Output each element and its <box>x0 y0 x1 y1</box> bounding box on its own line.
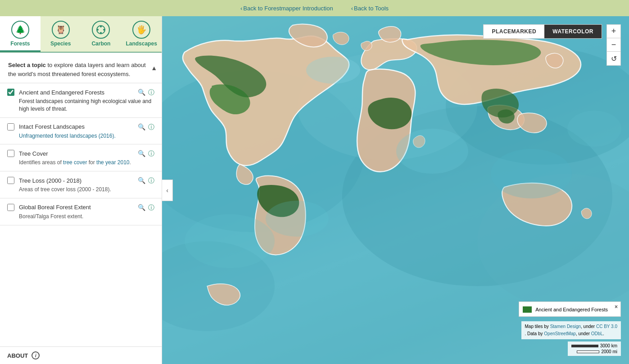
layer-tree-cover: Tree Cover 🔍 ⓘ Identifies areas of tree … <box>0 144 162 171</box>
watercolor-button[interactable]: WATERCOLOR <box>544 25 602 38</box>
tab-carbon-label: Carbon <box>91 40 110 47</box>
svg-point-13 <box>396 129 468 174</box>
layer-intact-forest-title: Intact Forest Landscapes <box>19 123 134 130</box>
tab-species-label: Species <box>50 40 71 47</box>
layer-tree-cover-info-icon[interactable]: ⓘ <box>148 150 154 157</box>
tab-carbon[interactable]: Carbon <box>81 16 122 52</box>
layer-tree-loss-search-icon[interactable]: 🔍 <box>138 177 145 184</box>
cc-link[interactable]: CC BY 3.0 <box>596 324 617 329</box>
placemarked-button[interactable]: PLACEMARKED <box>484 25 544 38</box>
svg-point-15 <box>491 149 572 198</box>
legend-color-swatch <box>523 306 532 313</box>
carbon-icon <box>92 21 110 39</box>
map-style-buttons: PLACEMARKED WATERCOLOR <box>483 24 602 39</box>
layer-tree-loss-checkbox[interactable] <box>7 177 14 184</box>
svg-point-12 <box>306 57 360 84</box>
layer-boreal-forest: Global Boreal Forest Extent 🔍 ⓘ Boreal/T… <box>0 198 162 225</box>
zoom-out-button[interactable]: − <box>607 38 620 52</box>
layer-tree-loss-description: Areas of tree cover loss (2000 - 2018). <box>19 186 154 193</box>
zoom-in-button[interactable]: + <box>607 25 620 38</box>
collapse-button[interactable]: ▲ <box>151 64 157 72</box>
about-info-icon: i <box>32 351 40 360</box>
layer-tree-loss: Tree Loss (2000 - 2018) 🔍 ⓘ Areas of tre… <box>0 171 162 198</box>
layer-tree-cover-title: Tree Cover <box>19 150 134 157</box>
svg-point-17 <box>567 111 621 147</box>
tab-landscapes-label: Landscapes <box>126 40 157 47</box>
scale-label-mi: 2000 mi <box>601 349 617 354</box>
layer-boreal-forest-info-icon[interactable]: ⓘ <box>148 204 154 211</box>
layer-ancient-endangered: Ancient and Endangered Forests 🔍 ⓘ Fores… <box>0 83 162 118</box>
scale-bar: 3000 km 2000 mi <box>568 342 621 356</box>
legend-item-label: Ancient and Endangered Forests <box>535 307 608 312</box>
sidebar-toggle-button[interactable]: ‹ <box>162 180 173 201</box>
layer-boreal-forest-search-icon[interactable]: 🔍 <box>138 204 145 211</box>
about-label: ABOUT <box>7 352 28 359</box>
zoom-reset-button[interactable]: ↺ <box>607 52 620 65</box>
layer-intact-forest-checkbox[interactable] <box>7 123 14 130</box>
odbl-link[interactable]: ODbL <box>591 331 603 336</box>
svg-point-1 <box>100 26 102 27</box>
layer-boreal-forest-checkbox[interactable] <box>7 204 14 211</box>
osm-link[interactable]: OpenStreetMap <box>544 331 576 336</box>
sidebar-content: Select a topic to explore data layers an… <box>0 53 162 364</box>
layer-boreal-forest-title: Global Boreal Forest Extent <box>19 204 134 211</box>
layer-intact-forest-search-icon[interactable]: 🔍 <box>138 124 145 130</box>
forest-legend-close-button[interactable]: × <box>615 304 618 310</box>
svg-point-4 <box>103 29 105 31</box>
attribution-text1: Map tiles by <box>525 324 550 329</box>
tab-landscapes[interactable]: 🖐 Landscapes <box>121 16 162 52</box>
zoom-controls: + − ↺ <box>606 24 621 66</box>
layer-boreal-forest-description: Boreal/Talga Forest extent. <box>19 213 154 220</box>
scale-label-km: 3000 km <box>600 343 617 348</box>
tab-species[interactable]: 🦉 Species <box>41 16 81 52</box>
layer-ancient-endangered-info-icon[interactable]: ⓘ <box>148 89 154 95</box>
layer-intact-forest-description: Unfragmented forest landscapes (2016). <box>19 132 154 140</box>
about-section[interactable]: ABOUT i <box>0 346 162 364</box>
layer-ancient-endangered-search-icon[interactable]: 🔍 <box>138 89 145 95</box>
scale-bar-graphic-mi <box>577 351 599 353</box>
main-layout: 🌲 Forests 🦉 Species Carbon <box>0 16 629 364</box>
layer-ancient-endangered-title: Ancient and Endangered Forests <box>19 89 134 96</box>
svg-point-3 <box>97 29 99 31</box>
back-to-tools-link[interactable]: ‹Back to Tools <box>351 5 389 12</box>
landscapes-icon: 🖐 <box>132 21 150 39</box>
tab-forests-label: Forests <box>10 40 30 47</box>
svg-point-16 <box>185 214 275 268</box>
attribution: Map tiles by Stamen Design, under CC BY … <box>521 321 621 339</box>
layer-tree-cover-description: Identifies areas of tree cover for the y… <box>19 159 154 166</box>
layer-tree-cover-search-icon[interactable]: 🔍 <box>138 150 145 157</box>
layer-intact-forest-info-icon[interactable]: ⓘ <box>148 124 154 130</box>
svg-point-14 <box>266 201 329 237</box>
layers-list: Ancient and Endangered Forests 🔍 ⓘ Fores… <box>0 83 162 346</box>
intro-text: Select a topic to explore data layers an… <box>0 53 162 83</box>
layer-tree-loss-title: Tree Loss (2000 - 2018) <box>19 177 134 184</box>
intro-bold: Select a topic <box>8 62 46 68</box>
top-bar: ‹Back to Forestmapper Introduction ‹Back… <box>0 0 629 16</box>
stamen-link[interactable]: Stamen Design <box>550 324 581 329</box>
layer-tree-cover-checkbox[interactable] <box>7 150 14 157</box>
svg-point-2 <box>100 32 102 34</box>
layer-intact-forest-link-text[interactable]: Unfragmented forest landscapes (2016). <box>19 133 116 139</box>
back-to-intro-link[interactable]: ‹Back to Forestmapper Introduction <box>240 5 333 12</box>
map-area[interactable]: ‹ PLACEMARKED WATERCOLOR + − ↺ × Ancient… <box>162 16 629 364</box>
layer-ancient-endangered-checkbox[interactable] <box>7 89 14 96</box>
forests-icon: 🌲 <box>11 21 29 39</box>
forest-legend: × Ancient and Endangered Forests <box>519 301 621 317</box>
attribution-text2: , under <box>581 324 596 329</box>
layer-intact-forest: Intact Forest Landscapes 🔍 ⓘ Unfragmente… <box>0 118 162 145</box>
species-icon: 🦉 <box>52 21 70 39</box>
layer-ancient-endangered-description: Forest landscapes containing high ecolog… <box>19 98 154 113</box>
scale-bar-graphic-km <box>571 345 598 347</box>
tab-forests[interactable]: 🌲 Forests <box>0 16 41 52</box>
layer-tree-loss-info-icon[interactable]: ⓘ <box>148 177 154 184</box>
sidebar: 🌲 Forests 🦉 Species Carbon <box>0 16 162 364</box>
nav-tabs: 🌲 Forests 🦉 Species Carbon <box>0 16 162 53</box>
